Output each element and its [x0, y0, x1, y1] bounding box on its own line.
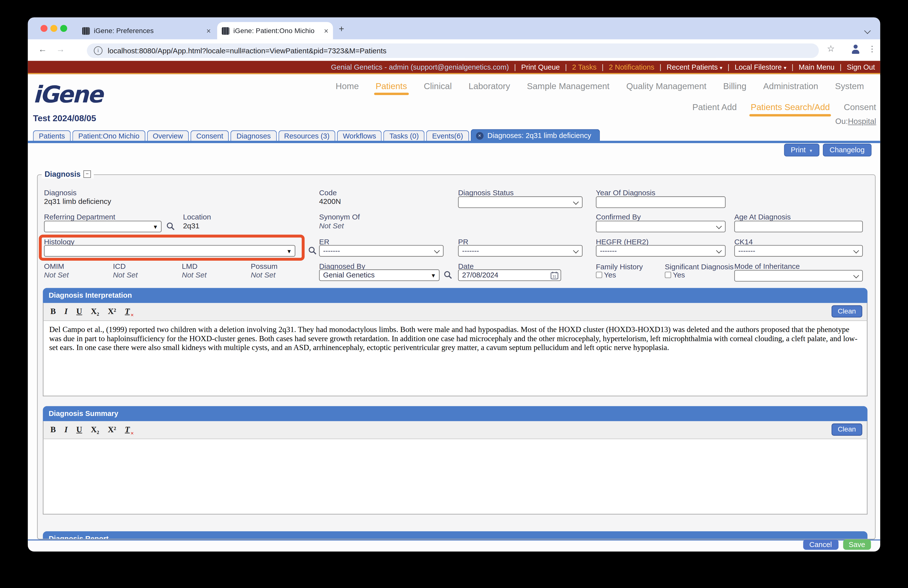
nav-item-billing[interactable]: Billing	[723, 81, 746, 91]
tab-close-icon[interactable]: ×	[476, 132, 483, 140]
save-button[interactable]: Save	[843, 540, 871, 550]
remove-format-icon[interactable]: T×	[125, 307, 130, 316]
mode-of-inheritance-select[interactable]	[734, 270, 863, 282]
summary-editor[interactable]	[43, 439, 868, 514]
url-bar[interactable]: i localhost:8080/App/App.html?locale=nul…	[87, 43, 819, 58]
superscript-icon[interactable]: X²	[108, 307, 116, 316]
browser-tab-patient[interactable]: iGene: Patient:Ono Michio ×	[217, 22, 333, 39]
tasks-link[interactable]: 2 Tasks	[572, 63, 597, 71]
recent-patients-menu[interactable]: Recent Patients ▾	[667, 63, 723, 71]
workspace-tab-resources[interactable]: Resources (3)	[279, 130, 335, 142]
lmd-label: LMD	[182, 262, 197, 271]
sign-out-link[interactable]: Sign Out	[847, 63, 875, 71]
browser-menu-icon[interactable]: ⋮	[868, 44, 876, 53]
url-text[interactable]: localhost:8080/App/App.html?locale=null#…	[108, 47, 386, 55]
nav-item-home[interactable]: Home	[336, 81, 359, 91]
workspace-tab-active-diagnosis[interactable]: × Diagnoses: 2q31 limb deficiency	[470, 129, 600, 142]
workspace-tab-patient-ono-michio[interactable]: Patient:Ono Michio	[72, 130, 145, 142]
print-queue-link[interactable]: Print Queue	[521, 63, 560, 71]
italic-icon[interactable]: I	[64, 425, 68, 435]
workspace-tab-tasks[interactable]: Tasks (0)	[384, 130, 425, 142]
significant-diagnosis-checkbox[interactable]	[665, 272, 671, 278]
local-filestore-menu[interactable]: Local Filestore ▾	[735, 63, 787, 71]
search-icon[interactable]	[444, 271, 452, 279]
browser-tab-preferences[interactable]: iGene: Preferences ×	[77, 22, 216, 39]
collapse-icon[interactable]: −	[84, 170, 91, 178]
histology-select[interactable]: ▼	[44, 245, 295, 257]
window-close-button[interactable]	[40, 25, 47, 32]
year-of-diagnosis-input[interactable]	[596, 197, 726, 208]
search-icon[interactable]	[166, 222, 175, 230]
tab-close-icon[interactable]: ×	[206, 27, 211, 35]
workspace-tab-diagnoses[interactable]: Diagnoses	[231, 130, 277, 142]
workspace-tab-consent[interactable]: Consent	[190, 130, 229, 142]
main-menu-link[interactable]: Main Menu	[799, 63, 834, 71]
calendar-icon[interactable]: 31	[550, 271, 559, 280]
interpretation-editor[interactable]: Del Campo et al., (1999) reported two ch…	[43, 321, 868, 396]
ou-hospital-link[interactable]: Hospital	[848, 117, 876, 126]
subnav-patients-search-add[interactable]: Patients Search/Add	[750, 102, 830, 112]
notifications-link[interactable]: 2 Notifications	[609, 63, 654, 71]
subscript-icon[interactable]: X₂	[91, 307, 99, 316]
nav-item-sample-management[interactable]: Sample Management	[527, 81, 609, 91]
cancel-button[interactable]: Cancel	[803, 540, 838, 550]
remove-format-icon[interactable]: T×	[125, 425, 130, 435]
window-zoom-button[interactable]	[60, 25, 67, 32]
dropdown-icon: ▼	[431, 272, 436, 280]
window-minimize-button[interactable]	[50, 25, 57, 32]
italic-icon[interactable]: I	[64, 307, 68, 316]
nav-item-administration[interactable]: Administration	[763, 81, 818, 91]
separator: |	[728, 63, 729, 71]
subnav-consent[interactable]: Consent	[844, 102, 876, 112]
diagnosis-status-select[interactable]	[458, 197, 583, 208]
referring-department-select[interactable]: ▼	[44, 221, 161, 232]
confirmed-by-select[interactable]	[596, 221, 726, 232]
clean-button[interactable]: Clean	[831, 424, 862, 436]
hegfr-select[interactable]: -------	[596, 245, 726, 257]
diagnosis-legend: Diagnosis −	[42, 170, 94, 179]
underline-icon[interactable]: U	[76, 425, 82, 435]
active-tab-label: Diagnoses: 2q31 limb deficiency	[487, 132, 591, 140]
nav-item-system[interactable]: System	[835, 81, 864, 91]
workspace-tab-events[interactable]: Events(6)	[427, 130, 469, 142]
favicon-igene-icon	[82, 27, 90, 35]
dropdown-icon: ▾	[784, 64, 787, 70]
changelog-button[interactable]: Changelog	[823, 144, 871, 156]
clean-button[interactable]: Clean	[831, 305, 862, 317]
synonym-of-label: Synonym Of	[319, 213, 360, 221]
subnav-patient-add[interactable]: Patient Add	[692, 102, 737, 112]
browser-tab-title: iGene: Preferences	[94, 27, 202, 35]
superscript-icon[interactable]: X²	[108, 425, 116, 435]
underline-icon[interactable]: U	[76, 307, 82, 316]
icd-value: Not Set	[113, 271, 138, 279]
search-icon[interactable]	[308, 246, 317, 255]
nav-item-quality-management[interactable]: Quality Management	[626, 81, 707, 91]
page-info-icon[interactable]: i	[94, 47, 102, 55]
tab-close-icon[interactable]: ×	[324, 27, 328, 35]
date-input[interactable]: 27/08/2024 31	[458, 269, 561, 281]
forward-icon[interactable]: →	[56, 44, 65, 54]
back-icon[interactable]: ←	[38, 44, 47, 54]
bold-icon[interactable]: B	[50, 307, 56, 316]
bookmark-star-icon[interactable]: ☆	[827, 43, 835, 54]
age-at-diagnosis-input[interactable]	[734, 221, 863, 232]
print-button[interactable]: Print▾	[784, 144, 819, 156]
tab-search-chevron-icon[interactable]	[865, 25, 873, 33]
section-header: Diagnosis Interpretation	[43, 288, 868, 303]
bold-icon[interactable]: B	[50, 425, 56, 435]
nav-item-clinical[interactable]: Clinical	[424, 81, 452, 91]
nav-item-laboratory[interactable]: Laboratory	[468, 81, 510, 91]
workspace-tab-workflows[interactable]: Workflows	[337, 130, 382, 142]
diagnosed-by-select[interactable]: Genial Genetics▼	[319, 269, 440, 281]
pr-select[interactable]: -------	[458, 245, 583, 257]
profile-avatar-icon[interactable]	[851, 45, 860, 54]
workspace-tab-overview[interactable]: Overview	[147, 130, 189, 142]
ck14-select[interactable]: -------	[734, 245, 863, 257]
er-select[interactable]: -------	[319, 245, 444, 257]
new-tab-button[interactable]: +	[339, 25, 344, 33]
workspace-tab-patients[interactable]: Patients	[33, 130, 71, 142]
family-history-checkbox[interactable]	[596, 272, 602, 278]
nav-item-patients[interactable]: Patients	[375, 81, 407, 91]
subscript-icon[interactable]: X₂	[91, 425, 99, 435]
year-of-diagnosis-label: Year Of Diagnosis	[596, 188, 655, 197]
